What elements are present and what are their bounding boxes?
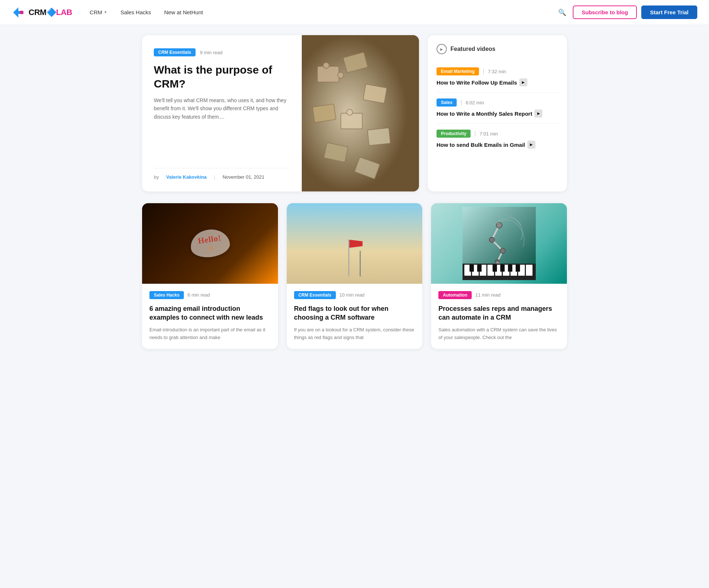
svg-rect-34 [526, 265, 532, 276]
svg-point-20 [500, 248, 505, 253]
hero-author[interactable]: Valerie Kakovkina [166, 174, 207, 180]
robot-visual [463, 207, 536, 280]
svg-rect-9 [341, 113, 363, 129]
hero-footer: by Valerie Kakovkina | November 01, 2021 [154, 168, 290, 180]
hero-card[interactable]: CRM Essentials 9 min read What is the pu… [142, 35, 419, 191]
flag-pole [348, 240, 349, 276]
svg-point-1 [20, 11, 23, 14]
video-duration: 6:02 min [466, 100, 484, 105]
featured-title: Featured videos [450, 46, 495, 52]
video-meta: Productivity | 7:01 min [437, 130, 558, 138]
nav-crm[interactable]: CRM ▼ [90, 9, 107, 15]
subscribe-button[interactable]: Subscribe to blog [573, 5, 637, 19]
svg-rect-35 [469, 265, 474, 272]
play-button-icon[interactable]: ▶ [527, 141, 535, 149]
hero-read-time: 9 min read [200, 50, 222, 55]
trial-button[interactable]: Start Free Trial [641, 5, 697, 19]
featured-header: ▶ Featured videos [437, 44, 558, 54]
video-title: How to send Bulk Emails in Gmail ▶ [437, 141, 558, 149]
video-item[interactable]: Sales | 6:02 min How to Write a Monthly … [437, 93, 558, 124]
flag-visual [348, 240, 361, 276]
article-image-desert [287, 203, 423, 284]
article-meta: Automation 11 min read [438, 291, 560, 299]
logo-text: CRM🔷LAB [29, 8, 72, 17]
article-card[interactable]: CRM Essentials 10 min read Red flags to … [287, 203, 423, 349]
svg-rect-5 [338, 72, 344, 78]
article-badge: Automation [438, 291, 472, 299]
article-title: Processes sales reps and managers can au… [438, 304, 560, 322]
article-read-time: 10 min read [339, 292, 365, 298]
video-duration: 7:01 min [480, 131, 498, 137]
hero-by-label: by [154, 174, 159, 180]
svg-rect-37 [493, 265, 497, 272]
svg-rect-7 [363, 84, 387, 103]
sidebar-videos: ▶ Featured videos Email Marketing | 7:32… [428, 35, 567, 191]
svg-rect-39 [508, 265, 512, 272]
svg-point-19 [489, 237, 494, 242]
video-title: How to Write a Monthly Sales Report ▶ [437, 109, 558, 118]
article-body: Automation 11 min read Processes sales r… [431, 284, 567, 349]
article-card[interactable]: Automation 11 min read Processes sales r… [431, 203, 567, 349]
top-section: CRM Essentials 9 min read What is the pu… [142, 35, 567, 191]
video-meta: Sales | 6:02 min [437, 98, 558, 107]
video-title: How to Write Follow Up Emails ▶ [437, 78, 558, 86]
svg-rect-8 [312, 104, 336, 122]
search-icon: 🔍 [558, 9, 566, 16]
article-title: Red flags to look out for when choosing … [294, 304, 415, 322]
article-meta: Sales Hacks 6 min read [149, 291, 271, 299]
video-badge: Productivity [437, 130, 471, 138]
svg-rect-3 [318, 66, 339, 82]
hero-badge: CRM Essentials [154, 48, 196, 56]
article-description: Email introduction is an important part … [149, 326, 271, 342]
video-meta: Email Marketing | 7:32 min [437, 67, 558, 75]
article-card[interactable]: Hello! ☺ Sales Hacks 6 min read 6 amazin… [142, 203, 278, 349]
play-button-icon[interactable]: ▶ [534, 109, 542, 118]
article-title: 6 amazing email introduction examples to… [149, 304, 271, 322]
video-item[interactable]: Productivity | 7:01 min How to send Bulk… [437, 124, 558, 155]
article-read-time: 6 min read [188, 292, 210, 298]
logo-icon [12, 6, 25, 19]
hero-content: CRM Essentials 9 min read What is the pu… [142, 35, 419, 191]
video-item[interactable]: Email Marketing | 7:32 min How to Write … [437, 62, 558, 93]
site-header: CRM🔷LAB CRM ▼ Sales Hacks New at NetHunt… [0, 0, 709, 25]
hero-image-visual [302, 35, 419, 191]
article-read-time: 11 min read [475, 292, 501, 298]
article-body: CRM Essentials 10 min read Red flags to … [287, 284, 423, 349]
video-duration: 7:32 min [488, 69, 506, 74]
svg-rect-10 [347, 109, 353, 115]
hero-image [302, 35, 419, 191]
video-badge: Sales [437, 98, 457, 107]
main-nav: CRM ▼ Sales Hacks New at NetHunt [90, 9, 556, 15]
svg-rect-38 [500, 265, 505, 272]
svg-rect-36 [477, 265, 482, 272]
flag-pole-2 [360, 251, 361, 276]
article-badge: Sales Hacks [149, 291, 184, 299]
svg-rect-40 [516, 265, 520, 272]
main-content: CRM Essentials 9 min read What is the pu… [135, 25, 574, 359]
hero-description: We'll tell you what CRM means, who uses … [154, 96, 290, 159]
logo[interactable]: CRM🔷LAB [12, 6, 72, 19]
svg-rect-12 [367, 128, 390, 146]
article-image-hello: Hello! ☺ [142, 203, 278, 284]
hero-title: What is the purpose of CRM? [154, 63, 290, 90]
header-actions: 🔍 Subscribe to blog Start Free Trial [556, 5, 697, 19]
article-description: If you are on a lookout for a CRM system… [294, 326, 415, 342]
hero-divider: | [214, 174, 215, 180]
nav-sales-hacks[interactable]: Sales Hacks [120, 9, 151, 15]
hero-meta: CRM Essentials 9 min read [154, 48, 290, 56]
article-body: Sales Hacks 6 min read 6 amazing email i… [142, 284, 278, 349]
hero-text: CRM Essentials 9 min read What is the pu… [142, 35, 302, 191]
play-button-icon[interactable]: ▶ [519, 78, 527, 86]
hello-sticker-visual: Hello! ☺ [190, 230, 230, 257]
article-image-robot [431, 203, 567, 284]
play-circle-icon: ▶ [437, 44, 447, 54]
article-grid: Hello! ☺ Sales Hacks 6 min read 6 amazin… [142, 203, 567, 349]
article-meta: CRM Essentials 10 min read [294, 291, 415, 299]
article-description: Sales automation with a CRM system can s… [438, 326, 560, 342]
flag-cloth [349, 240, 363, 248]
article-badge: CRM Essentials [294, 291, 336, 299]
search-button[interactable]: 🔍 [556, 6, 568, 19]
hero-date: November 01, 2021 [223, 174, 264, 180]
video-badge: Email Marketing [437, 67, 479, 75]
nav-nethunt[interactable]: New at NetHunt [164, 9, 203, 15]
